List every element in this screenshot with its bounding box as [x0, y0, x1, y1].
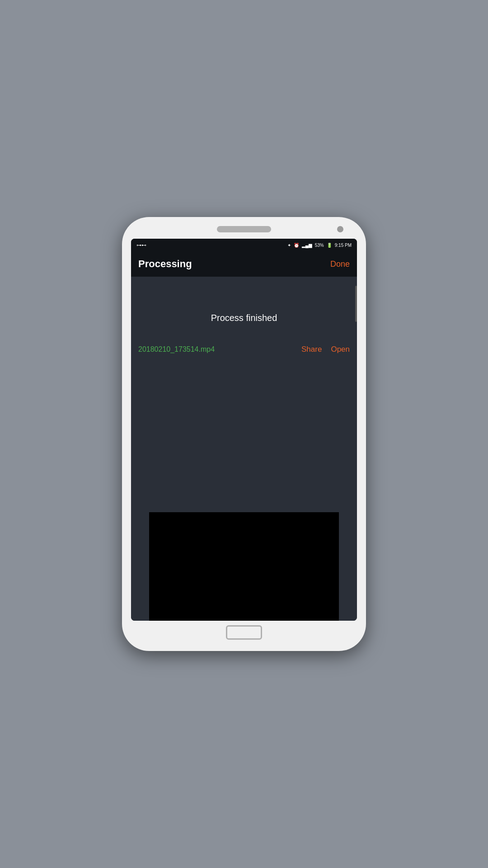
status-left: ⊶⊷ — [136, 242, 146, 248]
home-button[interactable] — [226, 625, 262, 640]
phone-bottom — [226, 621, 262, 642]
bottom-section — [131, 367, 357, 621]
time-display: 9:15 PM — [335, 243, 352, 248]
signal-bars: ▂▄▆ — [302, 243, 312, 248]
bluetooth-icon: ✦ — [287, 243, 291, 248]
file-name: 20180210_173514.mp4 — [138, 345, 215, 354]
process-info-area: Process finished 20180210_173514.mp4 Sha… — [131, 277, 357, 367]
app-icon: ⊶⊷ — [136, 242, 146, 248]
file-actions: Share Open — [301, 345, 350, 354]
phone-frame: ⊶⊷ ✦ ⏰ ▂▄▆ 53% 🔋 9:15 PM Processing Done… — [122, 217, 366, 651]
phone-screen: ⊶⊷ ✦ ⏰ ▂▄▆ 53% 🔋 9:15 PM Processing Done… — [131, 239, 357, 621]
status-bar: ⊶⊷ ✦ ⏰ ▂▄▆ 53% 🔋 9:15 PM — [131, 239, 357, 251]
video-preview — [149, 512, 339, 621]
alarm-icon: ⏰ — [294, 243, 299, 248]
file-row: 20180210_173514.mp4 Share Open — [138, 341, 350, 358]
scrollbar-thumb — [355, 286, 357, 322]
page-title: Processing — [138, 258, 192, 270]
scrollbar-track — [354, 277, 357, 621]
battery-icon: 🔋 — [327, 243, 332, 248]
open-button[interactable]: Open — [331, 345, 350, 354]
app-bar: Processing Done — [131, 251, 357, 277]
share-button[interactable]: Share — [301, 345, 322, 354]
process-finished-label: Process finished — [138, 313, 350, 323]
status-right: ✦ ⏰ ▂▄▆ 53% 🔋 9:15 PM — [287, 243, 352, 248]
battery-percent: 53% — [315, 243, 324, 248]
main-content: Process finished 20180210_173514.mp4 Sha… — [131, 277, 357, 621]
phone-camera — [337, 226, 343, 232]
phone-speaker — [217, 226, 271, 232]
done-button[interactable]: Done — [330, 259, 350, 269]
